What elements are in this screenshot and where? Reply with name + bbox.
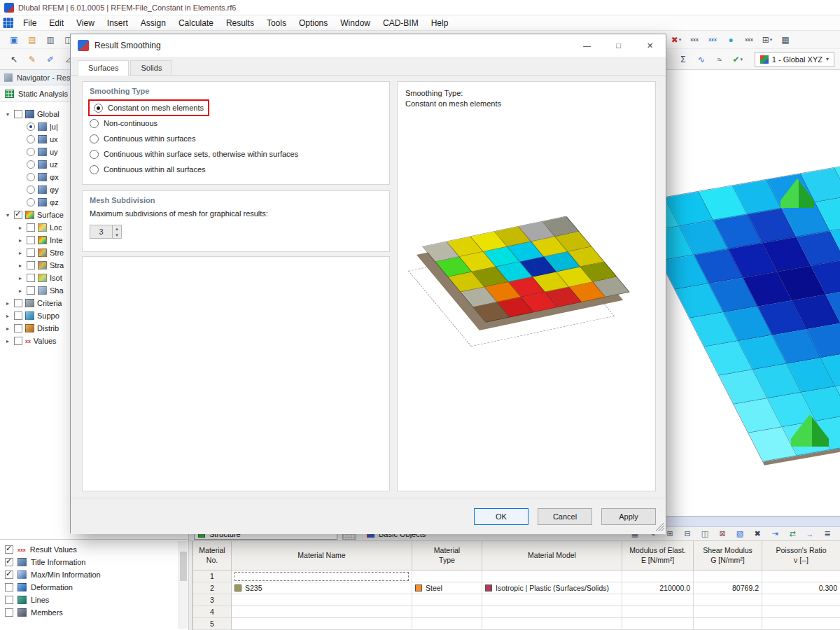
display-option-title-information[interactable]: Title Information [5, 556, 188, 568]
table-export-icon[interactable]: ▧ [732, 528, 748, 540]
shear-modulus-cell[interactable] [694, 594, 762, 606]
modulus-cell[interactable] [622, 618, 694, 630]
minimize-button[interactable]: — [571, 34, 603, 57]
table-close-icon[interactable]: ⊠ [715, 528, 730, 540]
row-number[interactable]: 2 [193, 582, 232, 594]
new-model-icon[interactable]: ▣ [6, 32, 22, 48]
tree-radio[interactable] [27, 148, 35, 156]
display-option-deformation[interactable]: Deformation [5, 581, 188, 594]
tree-checkbox[interactable] [27, 286, 35, 295]
shear-modulus-cell[interactable]: 80769.2 [694, 582, 762, 594]
radio-unselected[interactable] [90, 150, 99, 159]
menu-item-cad-bim[interactable]: CAD-BIM [377, 16, 425, 30]
tree-checkbox[interactable] [14, 299, 22, 307]
edit-blue-icon[interactable]: ✐ [42, 52, 59, 67]
display-option-members[interactable]: Members [5, 606, 188, 619]
table-next-icon[interactable]: → [802, 528, 818, 540]
result-table-icon[interactable]: ⊞▾ [759, 32, 776, 48]
tree-radio[interactable] [27, 135, 35, 144]
row-number[interactable]: 3 [193, 594, 232, 606]
tree-checkbox[interactable] [27, 248, 35, 257]
radio-unselected[interactable] [90, 165, 99, 174]
tree-radio[interactable] [27, 186, 35, 194]
tab-surfaces[interactable]: Surfaces [78, 60, 129, 76]
expander-icon[interactable]: ▸ [4, 300, 11, 307]
poisson-ratio-cell[interactable] [762, 570, 840, 582]
display-option-result-values[interactable]: xxxResult Values [5, 543, 188, 556]
menu-item-tools[interactable]: Tools [260, 16, 293, 30]
menu-item-insert[interactable]: Insert [101, 16, 134, 30]
material-model-cell[interactable] [482, 606, 622, 618]
rfem-menu-icon[interactable] [3, 18, 13, 28]
display-checkbox[interactable] [5, 570, 13, 579]
expander-icon[interactable]: ▸ [4, 313, 11, 319]
material-type-cell[interactable]: Steel [412, 582, 482, 594]
tree-radio[interactable] [27, 160, 35, 169]
material-model-cell[interactable] [482, 618, 622, 630]
material-model-cell[interactable] [482, 570, 622, 582]
spinner-down-icon[interactable]: ▼ [113, 232, 121, 238]
table-list-icon[interactable]: ≣ [820, 528, 835, 540]
material-name-cell[interactable] [232, 570, 412, 582]
material-type-cell[interactable] [412, 594, 482, 606]
expander-icon[interactable]: ▸ [17, 225, 24, 231]
menu-item-help[interactable]: Help [425, 16, 455, 30]
sum-results-icon[interactable]: Σ [675, 52, 692, 67]
radio-unselected[interactable] [90, 119, 99, 128]
modulus-cell[interactable]: 210000.0 [622, 582, 694, 594]
menu-item-assign[interactable]: Assign [134, 16, 172, 30]
expander-icon[interactable]: ▸ [17, 237, 24, 244]
resize-grip[interactable] [656, 523, 664, 531]
tree-checkbox[interactable] [27, 261, 35, 270]
tree-radio[interactable] [27, 122, 35, 131]
display-checkbox[interactable] [5, 545, 13, 554]
menu-item-calculate[interactable]: Calculate [172, 16, 220, 30]
tree-checkbox[interactable] [27, 236, 35, 244]
smoothing-option[interactable]: Constant on mesh elements [90, 100, 382, 115]
save-file-icon[interactable]: ▥ [42, 32, 59, 48]
expander-icon[interactable]: ▸ [17, 250, 24, 256]
tree-checkbox[interactable] [14, 324, 22, 332]
close-button[interactable]: ✕ [634, 34, 666, 57]
subdivision-spinner[interactable]: 3 ▲ ▼ [90, 225, 122, 239]
result-values-1-icon[interactable]: xxx [686, 32, 703, 48]
expander-icon[interactable]: ▸ [17, 262, 24, 269]
tree-radio[interactable] [27, 173, 35, 181]
expander-icon[interactable]: ▸ [17, 288, 24, 294]
display-checkbox[interactable] [5, 608, 13, 617]
tree-checkbox[interactable] [14, 211, 22, 219]
menu-item-view[interactable]: View [70, 16, 101, 30]
expander-icon[interactable]: ▾ [4, 111, 11, 118]
check-calculation-icon[interactable]: ✔▾ [729, 52, 746, 67]
poisson-ratio-cell[interactable] [762, 606, 840, 618]
table-sync-icon[interactable]: ⇄ [785, 528, 800, 540]
result-diagram-icon[interactable]: ∿ [693, 52, 710, 67]
display-checkbox[interactable] [5, 583, 13, 592]
shear-modulus-cell[interactable] [694, 606, 762, 618]
open-file-icon[interactable]: ▤ [24, 32, 41, 48]
maximize-button[interactable]: □ [603, 34, 634, 57]
cancel-button[interactable]: Cancel [538, 508, 592, 525]
expander-icon[interactable]: ▸ [4, 338, 11, 344]
shear-modulus-cell[interactable] [694, 570, 762, 582]
expander-icon[interactable]: ▸ [17, 275, 24, 281]
result-values-3-icon[interactable]: xxx [741, 32, 757, 48]
display-checkbox[interactable] [5, 596, 13, 604]
print-graphic-icon[interactable]: ▦ [777, 32, 794, 48]
poisson-ratio-cell[interactable] [762, 618, 840, 630]
material-name-cell[interactable] [232, 594, 412, 606]
edit-orange-icon[interactable]: ✎ [24, 52, 41, 67]
result-point-icon[interactable]: ● [722, 32, 739, 48]
display-checkbox[interactable] [5, 558, 13, 566]
table-delete-icon[interactable]: ✖ [750, 528, 765, 540]
material-name-cell[interactable] [232, 618, 412, 630]
table-copy-icon[interactable]: ◫ [697, 528, 713, 540]
menu-item-results[interactable]: Results [220, 16, 260, 30]
menu-item-options[interactable]: Options [293, 16, 334, 30]
smoothing-option[interactable]: Continuous within surfaces [90, 131, 382, 146]
coordinate-system-combo[interactable]: 1 - Global XYZ ▾ [755, 52, 834, 67]
smoothing-option[interactable]: Non-continuous [90, 115, 382, 131]
table-import-icon[interactable]: ⇥ [767, 528, 783, 540]
radio-selected[interactable] [94, 104, 103, 113]
dialog-titlebar[interactable]: Result Smoothing —□✕ [71, 34, 666, 57]
